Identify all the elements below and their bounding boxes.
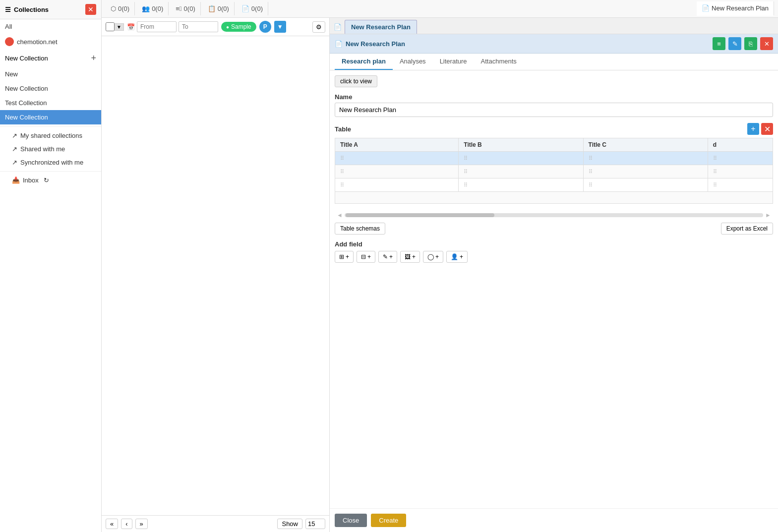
table-add-button[interactable]: + bbox=[747, 123, 759, 135]
tab-research[interactable]: 📄 0(0) bbox=[237, 2, 268, 15]
page-size-input[interactable] bbox=[305, 519, 325, 529]
scroll-right-arrow[interactable]: ► bbox=[763, 212, 773, 219]
date-to-input[interactable] bbox=[179, 21, 218, 32]
export-excel-button[interactable]: Export as Excel bbox=[721, 223, 773, 235]
samples-icon: ⬡ bbox=[111, 5, 116, 12]
table-scrollbar[interactable] bbox=[345, 213, 763, 217]
content-area: ▼ 📅 Sample P ▼ ⚙ « ‹ » bbox=[102, 18, 778, 532]
all-label: All bbox=[5, 23, 12, 30]
prev-page-button[interactable]: ‹ bbox=[121, 519, 132, 529]
inner-tabs: Research plan Analyses Literature Attach… bbox=[330, 54, 778, 70]
list-content bbox=[102, 36, 329, 515]
samples-count: 0(0) bbox=[118, 5, 129, 12]
table-schemas-button[interactable]: Table schemas bbox=[335, 223, 385, 235]
table-row[interactable]: ⠿ ⠿ ⠿ ⠿ bbox=[335, 152, 773, 165]
tab-new-research-plan[interactable]: 📄 New Research Plan bbox=[697, 1, 774, 16]
synchronized-label: Synchronized with me bbox=[20, 159, 83, 166]
show-button[interactable]: Show bbox=[277, 519, 302, 529]
tab-wellplates[interactable]: ≡⃝ 0(0) bbox=[171, 2, 200, 15]
table-delete-button[interactable]: ✕ bbox=[761, 123, 773, 135]
add-structure-button[interactable]: ◯ + bbox=[423, 251, 443, 263]
sidebar-item-synchronized[interactable]: ↗ Synchronized with me bbox=[0, 156, 101, 169]
list-panel: ▼ 📅 Sample P ▼ ⚙ « ‹ » bbox=[102, 18, 330, 532]
cell-grid-icon: ⠿ bbox=[340, 169, 345, 175]
caret-down-button[interactable]: ▼ bbox=[274, 21, 286, 33]
add-image-button[interactable]: 🖼 + bbox=[400, 251, 420, 263]
right-tab-new-research-plan[interactable]: New Research Plan bbox=[345, 20, 417, 34]
inner-tab-analyses[interactable]: Analyses bbox=[393, 54, 433, 70]
cell-grid-icon: ⠿ bbox=[713, 169, 718, 175]
right-tab-label: New Research Plan bbox=[351, 23, 411, 31]
first-page-button[interactable]: « bbox=[106, 519, 118, 529]
dropdown-arrow-button[interactable]: ▼ bbox=[115, 23, 124, 31]
tab-screens[interactable]: 📋 0(0) bbox=[203, 2, 235, 15]
right-panel: 📄 New Research Plan 📄 New Research Plan … bbox=[330, 18, 778, 532]
sidebar-divider bbox=[0, 126, 101, 127]
inner-tab-literature[interactable]: Literature bbox=[433, 54, 474, 70]
sidebar-item-chemotion[interactable]: chemotion.net bbox=[0, 34, 101, 50]
close-button[interactable]: Close bbox=[335, 514, 367, 527]
data-table: Title A Title B Title C bbox=[335, 138, 773, 204]
sample-toggle-button[interactable]: Sample bbox=[221, 22, 256, 32]
new-label: New bbox=[5, 70, 18, 78]
table-row[interactable]: ⠿ ⠿ ⠿ ⠿ bbox=[335, 165, 773, 178]
table-row[interactable]: ⠿ ⠿ ⠿ ⠿ bbox=[335, 178, 773, 192]
next-page-button[interactable]: » bbox=[135, 519, 148, 529]
list-pagination: « ‹ » Show bbox=[102, 515, 329, 532]
add-richtext-button[interactable]: ✎ + bbox=[378, 251, 397, 263]
inner-tab-attachments[interactable]: Attachments bbox=[474, 54, 524, 70]
research-icon: 📄 bbox=[241, 5, 249, 12]
sidebar-item-my-shared[interactable]: ↗ My shared collections bbox=[0, 129, 101, 142]
scroll-left-arrow[interactable]: ◄ bbox=[335, 212, 345, 219]
my-shared-label: My shared collections bbox=[20, 132, 82, 139]
edit-button[interactable]: ✎ bbox=[728, 37, 741, 50]
right-panel-actions: ≡ ✎ ⎘ ✕ bbox=[713, 37, 773, 50]
sidebar-item-new-collection-group[interactable]: New Collection + bbox=[0, 50, 101, 67]
date-filter: 📅 bbox=[127, 21, 218, 32]
date-from-input[interactable] bbox=[137, 21, 177, 32]
sidebar-header-close-button[interactable]: ✕ bbox=[85, 4, 96, 15]
collections-icon: ☰ bbox=[5, 6, 11, 13]
inner-tab-research-plan[interactable]: Research plan bbox=[335, 54, 393, 70]
copy-button[interactable]: ⎘ bbox=[744, 37, 757, 50]
name-label: Name bbox=[335, 93, 773, 101]
wellplates-count: 0(0) bbox=[184, 5, 195, 12]
add-collection-button[interactable]: + bbox=[91, 53, 96, 63]
right-tabbar: 📄 New Research Plan bbox=[330, 18, 778, 34]
table-scroll[interactable]: Title A Title B Title C bbox=[335, 138, 773, 208]
sidebar-item-new[interactable]: New bbox=[0, 67, 101, 81]
chemotion-label: chemotion.net bbox=[17, 38, 58, 46]
structure-icon: ◯ bbox=[427, 253, 434, 260]
add-table-button[interactable]: ⊟ + bbox=[357, 251, 375, 263]
click-to-view-button[interactable]: click to view bbox=[335, 75, 377, 87]
create-button[interactable]: Create bbox=[371, 514, 406, 527]
sidebar-item-inbox[interactable]: 📥 Inbox ↻ bbox=[0, 174, 101, 187]
table-scrollbar-row: ◄ ► bbox=[335, 212, 773, 219]
reactions-count: 0(0) bbox=[152, 5, 163, 12]
refresh-icon[interactable]: ↻ bbox=[44, 177, 49, 184]
active-collection-label: New Collection bbox=[5, 114, 48, 121]
right-panel-title: 📄 New Research Plan bbox=[335, 40, 405, 48]
shared-with-icon: ↗ bbox=[12, 145, 17, 153]
share-icon: ↗ bbox=[12, 132, 17, 139]
select-all-checkbox[interactable] bbox=[106, 22, 115, 31]
list-view-button[interactable]: ≡ bbox=[713, 37, 725, 50]
add-user-button[interactable]: 👤 + bbox=[446, 251, 468, 263]
sidebar-item-active-collection[interactable]: New Collection bbox=[0, 110, 101, 124]
sidebar-item-new-collection2[interactable]: New Collection bbox=[0, 81, 101, 96]
tab-samples[interactable]: ⬡ 0(0) bbox=[106, 2, 135, 15]
close-panel-button[interactable]: ✕ bbox=[760, 37, 773, 50]
p-button[interactable]: P bbox=[259, 21, 271, 33]
user-icon: 👤 bbox=[451, 253, 458, 260]
cell-grid-icon: ⠿ bbox=[464, 169, 468, 175]
sidebar-item-test-collection[interactable]: Test Collection bbox=[0, 96, 101, 110]
close-label: Close bbox=[343, 517, 359, 524]
add-formula-button[interactable]: ⊞ + bbox=[335, 251, 354, 263]
sidebar-item-shared-with[interactable]: ↗ Shared with me bbox=[0, 142, 101, 156]
name-input[interactable] bbox=[335, 103, 773, 117]
checkbox-dropdown: ▼ bbox=[106, 22, 124, 31]
chemotion-icon bbox=[5, 37, 14, 46]
filter-button[interactable]: ⚙ bbox=[312, 21, 325, 33]
sidebar-item-all[interactable]: All bbox=[0, 19, 101, 34]
tab-reactions[interactable]: 👥 0(0) bbox=[137, 2, 169, 15]
